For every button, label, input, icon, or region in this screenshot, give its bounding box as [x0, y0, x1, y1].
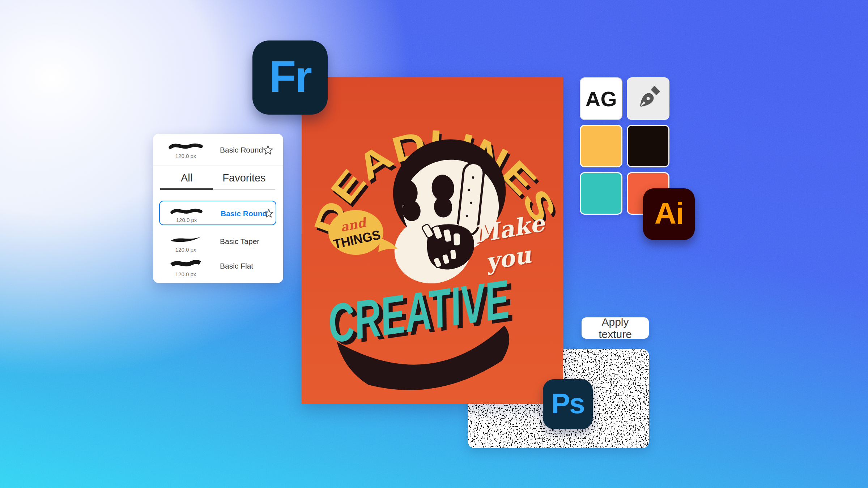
type-specimen-tile[interactable]: AG [580, 77, 622, 120]
favorite-star-icon[interactable] [264, 208, 274, 218]
brush-row-basic-taper[interactable]: 120.0 px Basic Taper [153, 231, 283, 254]
tab-underline [160, 188, 213, 190]
color-swatch-amber[interactable] [580, 125, 622, 167]
brush-name-label: Basic Round [220, 146, 263, 154]
fresco-icon-label: Fr [269, 51, 311, 102]
brush-row-basic-flat[interactable]: 120.0 px Basic Flat [153, 255, 283, 279]
tab-favorites[interactable]: Favorites [213, 166, 275, 190]
brush-row-basic-round[interactable]: 120.0 px Basic Round [159, 201, 276, 225]
brush-name-label: Basic Taper [220, 237, 259, 246]
brush-size-label: 120.0 px [165, 271, 207, 277]
brush-tabs: All Favorites [160, 166, 275, 190]
type-specimen-label: AG [586, 87, 617, 111]
photoshop-icon-label: Ps [551, 387, 584, 420]
favorite-star-icon[interactable] [263, 145, 273, 155]
brush-stroke-round-icon [166, 206, 207, 217]
brush-size-label: 120.0 px [166, 217, 207, 223]
color-swatch-black[interactable] [627, 125, 669, 167]
illustrator-app-icon[interactable]: Ai [643, 188, 695, 240]
brush-name-label: Basic Round [221, 209, 267, 218]
adobe-creative-hero: DEADLINES DEADLINES [0, 0, 868, 488]
brush-picker-panel: 120.0 px Basic Round All Favorites 120.0… [153, 134, 283, 283]
apply-texture-button[interactable]: Apply texture [582, 317, 649, 339]
fresco-app-icon[interactable]: Fr [252, 40, 328, 115]
brush-name-label: Basic Flat [220, 262, 253, 270]
poster-artwork: DEADLINES DEADLINES [302, 77, 563, 404]
pinned-brush-row[interactable]: 120.0 px Basic Round [153, 134, 283, 166]
tab-underline [213, 189, 275, 190]
brush-stroke-round-icon [165, 140, 207, 152]
color-swatch-teal[interactable] [580, 172, 622, 215]
photoshop-app-icon[interactable]: Ps [543, 379, 593, 429]
pen-tool-tile[interactable] [627, 77, 669, 120]
brush-stroke-taper-icon [165, 234, 207, 244]
brush-size-label: 120.0 px [165, 247, 207, 253]
illustrator-icon-label: Ai [655, 196, 684, 231]
brush-stroke-flat-icon [165, 258, 207, 269]
pen-nib-icon [635, 86, 661, 112]
tab-all[interactable]: All [160, 166, 213, 190]
brush-size-label: 120.0 px [165, 153, 207, 159]
